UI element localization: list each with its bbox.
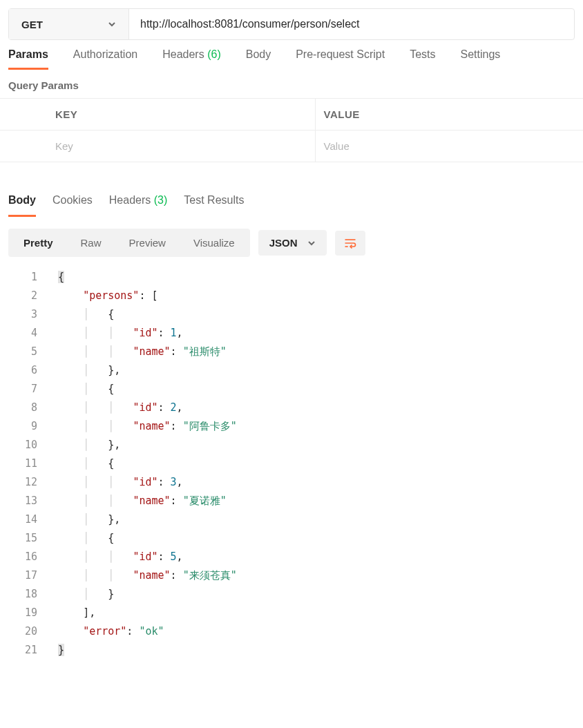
resp-tab-test-results[interactable]: Test Results — [184, 194, 244, 217]
method-value: GET — [21, 19, 43, 30]
view-pretty-button[interactable]: Pretty — [10, 230, 67, 256]
tab-headers-label: Headers — [162, 48, 204, 60]
query-params-title: Query Params — [0, 70, 583, 98]
view-controls: Pretty Raw Preview Visualize JSON — [0, 218, 583, 264]
params-table: KEY VALUE Key Value — [0, 98, 583, 162]
tab-params[interactable]: Params — [8, 48, 48, 70]
format-value: JSON — [269, 237, 298, 249]
params-value-input[interactable]: Value — [316, 131, 584, 162]
view-mode-group: Pretty Raw Preview Visualize — [8, 229, 250, 257]
resp-tab-headers[interactable]: Headers (3) — [109, 194, 168, 217]
response-body-viewer[interactable]: 123456789101112131415161718192021 { "per… — [0, 264, 583, 673]
tab-tests[interactable]: Tests — [410, 48, 435, 70]
chevron-down-icon — [108, 20, 116, 28]
tab-body[interactable]: Body — [246, 48, 271, 70]
response-section: Body Cookies Headers (3) Test Results Pr… — [0, 194, 583, 673]
chevron-down-icon — [307, 239, 316, 247]
resp-tab-cookies[interactable]: Cookies — [52, 194, 93, 217]
format-select[interactable]: JSON — [258, 230, 327, 256]
resp-tab-headers-count: (3) — [154, 194, 168, 206]
line-numbers-gutter: 123456789101112131415161718192021 — [0, 268, 46, 660]
params-key-header: KEY — [47, 99, 316, 130]
code-lines: { "persons": [ │ { │ │ "id": 1, │ │ "nam… — [46, 268, 237, 660]
view-preview-button[interactable]: Preview — [115, 230, 180, 256]
wrap-icon — [343, 236, 357, 250]
view-raw-button[interactable]: Raw — [67, 230, 115, 256]
method-select[interactable]: GET — [9, 9, 129, 39]
tab-headers-count: (6) — [207, 48, 221, 60]
resp-tab-body[interactable]: Body — [8, 194, 36, 217]
params-header-row: KEY VALUE — [0, 99, 583, 131]
tab-headers[interactable]: Headers (6) — [162, 48, 221, 70]
request-tabs: Params Authorization Headers (6) Body Pr… — [0, 48, 583, 70]
tab-authorization[interactable]: Authorization — [73, 48, 137, 70]
tab-settings[interactable]: Settings — [460, 48, 500, 70]
params-checkbox-header — [0, 99, 47, 130]
params-value-header: VALUE — [316, 99, 584, 130]
params-checkbox-cell[interactable] — [0, 131, 47, 162]
url-input[interactable] — [129, 9, 574, 39]
wrap-lines-button[interactable] — [335, 231, 365, 256]
params-input-row: Key Value — [0, 131, 583, 162]
view-visualize-button[interactable]: Visualize — [180, 230, 249, 256]
tab-pre-request[interactable]: Pre-request Script — [296, 48, 385, 70]
params-key-input[interactable]: Key — [47, 131, 316, 162]
response-tabs: Body Cookies Headers (3) Test Results — [0, 194, 583, 218]
resp-tab-headers-label: Headers — [109, 194, 151, 206]
request-bar: GET — [8, 8, 575, 40]
